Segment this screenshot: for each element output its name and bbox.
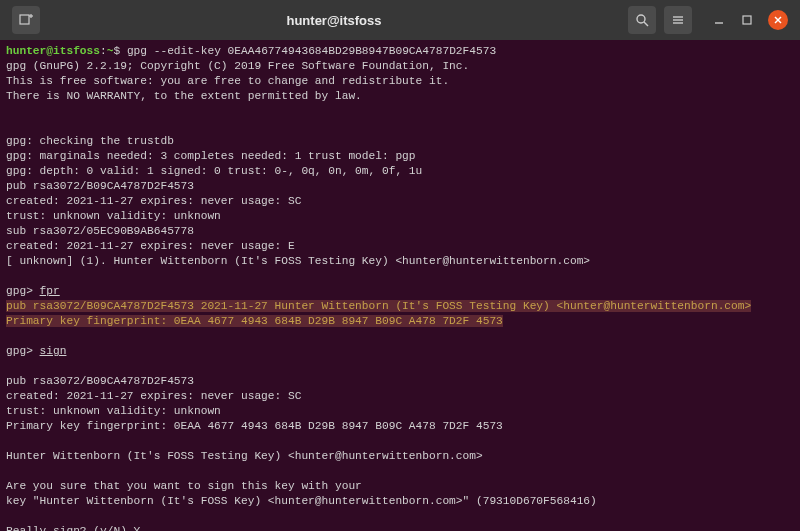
blank-line: [6, 434, 794, 449]
terminal-line: Primary key fingerprint: 0EAA 4677 4943 …: [6, 314, 794, 329]
really-sign-answer: Y: [134, 525, 141, 531]
terminal-line: gpg> sign: [6, 344, 794, 359]
blank-line: [6, 329, 794, 344]
terminal-line: There is NO WARRANTY, to the extent perm…: [6, 89, 794, 104]
terminal-line: sub rsa3072/05EC90B9AB645778: [6, 224, 794, 239]
gpg-prompt: gpg>: [6, 345, 40, 357]
svg-rect-9: [743, 16, 751, 24]
prompt-user: hunter@itsfoss: [6, 45, 100, 57]
terminal-line: trust: unknown validity: unknown: [6, 404, 794, 419]
titlebar: hunter@itsfoss: [0, 0, 800, 40]
terminal-line: pub rsa3072/B09CA4787D2F4573 2021-11-27 …: [6, 299, 794, 314]
maximize-button[interactable]: [740, 13, 754, 27]
titlebar-left: [12, 6, 40, 34]
terminal-line: pub rsa3072/B09CA4787D2F4573: [6, 374, 794, 389]
fpr-command: fpr: [40, 285, 60, 297]
svg-rect-0: [20, 15, 29, 24]
terminal-line: gpg (GnuPG) 2.2.19; Copyright (C) 2019 F…: [6, 59, 794, 74]
window-controls: [712, 10, 788, 30]
terminal-line: created: 2021-11-27 expires: never usage…: [6, 194, 794, 209]
fingerprint-line: pub rsa3072/B09CA4787D2F4573 2021-11-27 …: [6, 300, 751, 312]
terminal-line: This is free software: you are free to c…: [6, 74, 794, 89]
terminal-line: trust: unknown validity: unknown: [6, 209, 794, 224]
fingerprint-line: Primary key fingerprint: 0EAA 4677 4943 …: [6, 315, 503, 327]
blank-line: [6, 464, 794, 479]
terminal-line: gpg> fpr: [6, 284, 794, 299]
terminal-area[interactable]: hunter@itsfoss:~$ gpg --edit-key 0EAA467…: [0, 40, 800, 531]
really-sign-prompt: Really sign? (y/N): [6, 525, 134, 531]
close-button[interactable]: [768, 10, 788, 30]
svg-point-3: [637, 15, 645, 23]
terminal-line: pub rsa3072/B09CA4787D2F4573: [6, 179, 794, 194]
terminal-line: [ unknown] (1). Hunter Wittenborn (It's …: [6, 254, 794, 269]
terminal-line: Hunter Wittenborn (It's FOSS Testing Key…: [6, 449, 794, 464]
terminal-line: created: 2021-11-27 expires: never usage…: [6, 239, 794, 254]
terminal-line: hunter@itsfoss:~$ gpg --edit-key 0EAA467…: [6, 44, 794, 59]
blank-line: [6, 509, 794, 524]
window-title: hunter@itsfoss: [286, 13, 381, 28]
gpg-prompt: gpg>: [6, 285, 40, 297]
command-text: gpg --edit-key 0EAA46774943684BD29B8947B…: [127, 45, 496, 57]
terminal-line: Really sign? (y/N) Y: [6, 524, 794, 531]
blank-line: [6, 104, 794, 119]
terminal-line: Are you sure that you want to sign this …: [6, 479, 794, 494]
blank-line: [6, 269, 794, 284]
svg-line-4: [644, 22, 648, 26]
menu-button[interactable]: [664, 6, 692, 34]
terminal-line: gpg: marginals needed: 3 completes neede…: [6, 149, 794, 164]
terminal-line: gpg: depth: 0 valid: 1 signed: 0 trust: …: [6, 164, 794, 179]
terminal-line: Primary key fingerprint: 0EAA 4677 4943 …: [6, 419, 794, 434]
blank-line: [6, 119, 794, 134]
blank-line: [6, 359, 794, 374]
search-button[interactable]: [628, 6, 656, 34]
titlebar-right: [628, 6, 788, 34]
new-tab-button[interactable]: [12, 6, 40, 34]
terminal-line: key "Hunter Wittenborn (It's FOSS Key) <…: [6, 494, 794, 509]
terminal-line: gpg: checking the trustdb: [6, 134, 794, 149]
minimize-button[interactable]: [712, 13, 726, 27]
terminal-line: created: 2021-11-27 expires: never usage…: [6, 389, 794, 404]
sign-command: sign: [40, 345, 67, 357]
